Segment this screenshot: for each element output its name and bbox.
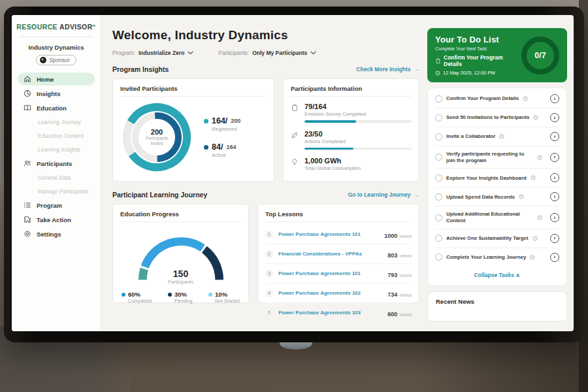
lesson-link[interactable]: Financial Considerations - VPPAs [278, 251, 382, 257]
todo-progress-ring: 0/7 [521, 37, 559, 74]
todo-task-row[interactable]: Upload Additional Educational Content › [435, 206, 559, 229]
sponsor-badge[interactable]: Sponsor [36, 55, 76, 65]
go-to-learning-journey-link[interactable]: Go to Learning Journey → [348, 191, 419, 198]
task-label: Verify participants requesting to join t… [446, 151, 533, 163]
program-value: Industrialize Zero [139, 50, 184, 56]
task-checkbox[interactable] [435, 174, 442, 182]
lesson-link[interactable]: Power Purchase Agreements 102 [278, 290, 382, 296]
participants-dropdown[interactable]: Participants: Only My Participants [218, 50, 316, 56]
sidebar-item[interactable]: Manage Participants [12, 184, 101, 198]
todo-task-row[interactable]: Upload Spend Data Records › [435, 188, 559, 206]
task-go-button[interactable]: › [550, 192, 559, 201]
insights-cards-row: Invited Participants 200 Participants In… [112, 78, 419, 182]
todo-task-row[interactable]: Complete Your Learning Journey › [435, 248, 559, 267]
legend-item: 30% Pending [168, 291, 193, 304]
sidebar-item-label: Insights [37, 90, 60, 97]
clock-icon [532, 236, 538, 241]
collapse-tasks-link[interactable]: Collapse Tasks ∧ [435, 267, 559, 284]
donut-legend: 164/200 Registered 84/164 Active [204, 116, 240, 158]
insights-icon [24, 90, 31, 97]
clock-icon [519, 194, 524, 199]
task-go-button[interactable]: › [550, 132, 559, 141]
todo-task-row[interactable]: Verify participants requesting to join t… [435, 146, 559, 169]
sidebar-item-label: Participants [37, 160, 72, 167]
sidebar-nav: Home Insights Education Learning Journey [12, 72, 101, 241]
todo-task-row[interactable]: Confirm Your Program Details › [435, 90, 559, 108]
clock-icon [435, 71, 440, 76]
todo-task-row[interactable]: Explore Your Insights Dashboard › [435, 169, 559, 188]
legend-item: 60% Completed [122, 291, 152, 304]
lesson-row: 3 Power Purchase Agreements 101 793views [265, 264, 412, 284]
task-checkbox[interactable] [435, 95, 442, 103]
todo-task-row[interactable]: Achieve One Sustainability Target › [435, 229, 559, 248]
education-icon [24, 104, 31, 112]
sidebar-item-label: Program [37, 202, 62, 209]
lesson-link[interactable]: Power Purchase Agreements 101 [278, 231, 379, 237]
lesson-row: 1 Power Purchase Agreements 101 1000view… [265, 225, 412, 244]
lesson-rank: 4 [265, 289, 273, 297]
recent-news-title: Recent News [436, 298, 559, 305]
task-go-button[interactable]: › [550, 253, 559, 262]
sidebar-item[interactable]: Learning Insights [12, 142, 101, 156]
invited-donut: 200 Participants Invited [120, 101, 193, 174]
participants-icon [24, 159, 31, 167]
participants-value: Only My Participants [252, 50, 307, 56]
chevron-down-icon [310, 51, 316, 55]
task-checkbox[interactable] [435, 214, 442, 221]
legend-item: 84/164 Active [204, 142, 240, 158]
todo-next-task: Confirm Your Program Details [435, 54, 516, 67]
sidebar-item[interactable]: General Data [12, 171, 101, 184]
clock-icon [523, 96, 528, 101]
task-label: Achieve One Sustainability Target [446, 235, 529, 242]
sidebar-item[interactable]: Home [18, 73, 95, 86]
chevron-up-icon: ∧ [515, 272, 520, 278]
education-gauge: 150 Participants [129, 227, 233, 285]
logo-primary: RESOURCE [16, 23, 57, 31]
leaf-icon [291, 130, 299, 150]
lessons-list: 1 Power Purchase Agreements 101 1000view… [265, 225, 412, 322]
legend-dot [204, 145, 208, 150]
sidebar-item[interactable]: Education Content [12, 129, 101, 142]
task-checkbox[interactable] [435, 193, 442, 201]
task-go-button[interactable]: › [550, 113, 559, 122]
stat-row: 1,000 GWh Total Global Consumption [291, 157, 412, 171]
sidebar-item-label: Education [37, 105, 67, 112]
task-go-button[interactable]: › [550, 213, 559, 222]
lesson-row: 5 Power Purchase Agreements 103 600views [265, 303, 412, 322]
todo-task-row[interactable]: Invite a Collaborator › [435, 127, 559, 146]
sidebar-item[interactable]: Education [12, 101, 101, 115]
lesson-link[interactable]: Power Purchase Agreements 103 [278, 310, 382, 316]
task-label: Invite a Collaborator [446, 133, 495, 140]
todo-counter: 0/7 [534, 51, 546, 60]
task-checkbox[interactable] [435, 133, 442, 140]
task-checkbox[interactable] [435, 253, 442, 261]
task-label: Upload Additional Educational Content [446, 211, 533, 223]
sidebar-item[interactable]: Settings [12, 227, 101, 241]
participant-stats: 79/164 Emission Survey Completed [291, 103, 412, 171]
task-go-button[interactable]: › [550, 94, 559, 103]
todo-task-row[interactable]: Send 50 Invitations to Participants › [435, 108, 559, 127]
sponsor-icon [40, 57, 46, 63]
task-go-button[interactable]: › [550, 153, 559, 162]
check-more-insights-link[interactable]: Check More Insights → [356, 66, 419, 73]
lesson-rank: 1 [265, 231, 273, 238]
lesson-row: 4 Power Purchase Agreements 102 734views [265, 284, 412, 303]
task-checkbox[interactable] [435, 154, 442, 161]
home-icon [24, 75, 31, 83]
legend-item: 164/200 Registered [204, 116, 240, 132]
sidebar-item[interactable]: Insights [12, 86, 101, 101]
sidebar-item[interactable]: Program [12, 198, 101, 212]
monitor-bezel: RESOURCE ADVISOR+ Industry Dynamics Spon… [4, 7, 584, 342]
sidebar-item[interactable]: Learning Journey [12, 115, 101, 129]
lesson-link[interactable]: Power Purchase Agreements 101 [278, 270, 382, 276]
task-checkbox[interactable] [435, 114, 442, 122]
sidebar-item[interactable]: Participants [12, 156, 101, 171]
dashboard-screen: RESOURCE ADVISOR+ Industry Dynamics Spon… [12, 15, 574, 331]
task-go-button[interactable]: › [550, 173, 559, 182]
gauge-legend: 60% Completed 30% Pending [120, 291, 241, 304]
program-dropdown[interactable]: Program: Industrialize Zero [112, 50, 193, 56]
logo-secondary: ADVISOR [59, 23, 93, 31]
task-checkbox[interactable] [435, 235, 442, 242]
task-go-button[interactable]: › [550, 234, 559, 243]
sidebar-item[interactable]: Take Action [12, 212, 101, 227]
